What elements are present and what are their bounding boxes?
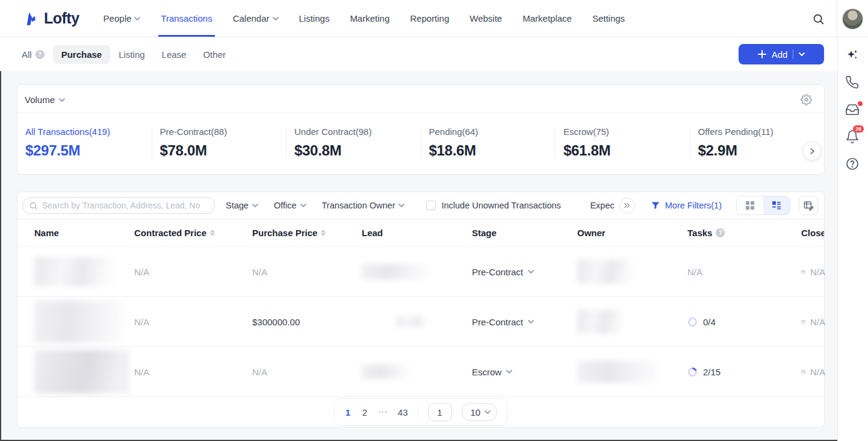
nav-divider — [837, 0, 837, 37]
double-chevron-right-icon — [624, 202, 631, 209]
pager: 1 2 ⋯ 43 10 — [334, 398, 507, 426]
stat-all-transactions[interactable]: All Transactions(419) $297.5M — [17, 127, 152, 159]
cell-contracted-price: N/A — [134, 317, 252, 327]
stage-dropdown[interactable]: Pre-Contract — [472, 267, 534, 277]
global-search-icon[interactable] — [812, 13, 825, 25]
search-input[interactable] — [42, 201, 208, 210]
include-unowned-checkbox[interactable]: Include Unowned Transactions — [426, 201, 560, 210]
tasks-help-icon[interactable]: ? — [716, 228, 725, 237]
nav-item-marketplace[interactable]: Marketplace — [522, 0, 572, 37]
col-header-purchase-price[interactable]: Purchase Price — [252, 228, 362, 238]
col-header-name[interactable]: Name — [34, 228, 134, 238]
add-dropdown-chevron-icon[interactable] — [799, 52, 805, 56]
table-row[interactable]: N/A N/A Escrow 2/15 1 N/A — [17, 346, 824, 396]
checkbox-box[interactable] — [426, 201, 436, 210]
table-row[interactable]: N/A $300000.00 Pre-Contract 0/4 1 N/A — [17, 296, 824, 346]
tab-lease[interactable]: Lease — [153, 45, 195, 64]
tab-purchase[interactable]: Purchase — [53, 45, 111, 64]
redacted-owner — [577, 361, 657, 383]
volume-metric-selector[interactable]: Volume — [25, 95, 65, 105]
stage-dropdown[interactable]: Escrow — [472, 367, 512, 377]
page-size-select[interactable]: 10 — [462, 403, 498, 421]
cell-tasks[interactable]: 0/4 — [687, 317, 801, 327]
lofty-logo-icon — [23, 10, 39, 27]
redacted-name — [34, 350, 129, 393]
nav-item-marketing[interactable]: Marketing — [350, 0, 389, 37]
transaction-search[interactable] — [22, 197, 215, 214]
user-avatar[interactable] — [842, 8, 863, 30]
volume-panel-header: Volume — [17, 85, 824, 113]
add-transaction-button[interactable]: Add — [739, 44, 824, 64]
nav-item-listings[interactable]: Listings — [299, 0, 330, 37]
tab-other[interactable]: Other — [194, 45, 234, 64]
page-button-1[interactable]: 1 — [344, 407, 352, 418]
page-ellipsis[interactable]: ⋯ — [378, 407, 388, 418]
view-mode-toggle — [736, 196, 790, 215]
col-header-contracted-price[interactable]: Contracted Price — [134, 228, 252, 238]
nav-item-people[interactable]: People — [104, 0, 141, 37]
nav-item-settings[interactable]: Settings — [592, 0, 625, 37]
ai-assistant-icon[interactable] — [845, 48, 861, 64]
office-filter-dropdown[interactable]: Office — [274, 201, 306, 210]
table-header-row: Name Contracted Price Purchase Price Lea… — [17, 219, 824, 246]
cell-tasks: N/A — [687, 267, 801, 277]
inbox-icon[interactable] — [845, 102, 861, 118]
stage-filter-dropdown[interactable]: Stage — [226, 201, 258, 210]
cell-closed: 1 N/A — [801, 317, 825, 327]
stats-scroll-right-button[interactable] — [804, 143, 820, 160]
more-filters-button[interactable]: More Filters(1) — [651, 201, 722, 210]
stat-pre-contract[interactable]: Pre-Contract(88) $78.0M — [152, 127, 287, 159]
table-filter-bar: Stage Office Transaction Owner Include U… — [17, 192, 824, 219]
page-button-last[interactable]: 43 — [398, 407, 408, 418]
redacted-lead — [362, 264, 427, 280]
chevron-down-icon — [398, 204, 405, 207]
cell-purchase-price: N/A — [252, 267, 362, 277]
stat-escrow[interactable]: Escrow(75) $61.8M — [555, 127, 690, 159]
nav-item-reporting[interactable]: Reporting — [410, 0, 449, 37]
notifications-bell-icon[interactable]: 26 — [845, 130, 861, 145]
sort-purchase-price[interactable] — [321, 230, 326, 236]
chevron-down-icon — [300, 204, 306, 207]
col-header-stage: Stage — [472, 228, 577, 238]
volume-stats-row: All Transactions(419) $297.5M Pre-Contra… — [17, 113, 824, 172]
redacted-name — [34, 301, 122, 343]
cell-purchase-price: $300000.00 — [252, 317, 362, 327]
redacted-owner — [577, 260, 633, 284]
cell-contracted-price: N/A — [134, 367, 252, 377]
lofty-logo[interactable]: Lofty — [23, 10, 79, 27]
pager-divider — [418, 406, 418, 418]
transaction-owner-filter-dropdown[interactable]: Transaction Owner — [322, 201, 405, 210]
help-icon[interactable] — [845, 157, 861, 172]
page-button-2[interactable]: 2 — [361, 407, 368, 418]
grid-view-button[interactable] — [737, 196, 763, 214]
top-navigation: Lofty People Transactions Calendar Listi… — [0, 0, 868, 37]
tab-all[interactable]: All ? — [13, 45, 53, 64]
expand-filters-button[interactable] — [619, 198, 635, 213]
volume-settings-gear-icon[interactable] — [801, 94, 812, 105]
stat-under-contract[interactable]: Under Contract(98) $30.8M — [286, 127, 421, 159]
table-row[interactable]: N/A N/A Pre-Contract N/A 1 N/A — [17, 246, 824, 296]
tab-listing[interactable]: Listing — [110, 45, 153, 64]
expected-filter-dropdown[interactable]: Expec — [590, 201, 614, 210]
right-utility-rail: 26 — [837, 37, 868, 441]
all-help-icon[interactable]: ? — [36, 50, 45, 59]
page-jump-input[interactable] — [428, 403, 452, 421]
col-header-tasks: Tasks ? — [687, 228, 801, 238]
phone-icon[interactable] — [845, 75, 861, 91]
nav-item-transactions[interactable]: Transactions — [161, 0, 212, 37]
cell-tasks[interactable]: 2/15 — [687, 367, 801, 377]
stage-dropdown[interactable]: Pre-Contract — [472, 317, 534, 327]
svg-text:1: 1 — [803, 271, 804, 274]
search-icon — [29, 201, 38, 210]
sort-contracted-price[interactable] — [210, 230, 215, 236]
list-view-button[interactable] — [763, 196, 790, 214]
task-progress-ring — [687, 367, 698, 377]
nav-item-website[interactable]: Website — [470, 0, 502, 37]
edit-columns-button[interactable] — [799, 196, 818, 215]
redacted-name — [34, 257, 113, 286]
stat-pending[interactable]: Pending(64) $18.6M — [421, 127, 556, 159]
nav-item-calendar[interactable]: Calendar — [233, 0, 279, 37]
brand-name: Lofty — [44, 10, 79, 27]
redacted-lead — [397, 316, 428, 327]
col-header-owner: Owner — [577, 228, 687, 238]
